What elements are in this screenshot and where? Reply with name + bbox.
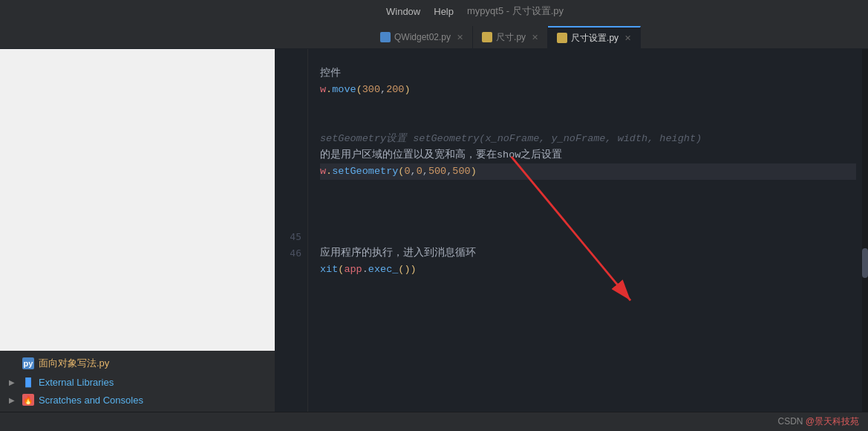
tab-chichishe[interactable]: 尺寸设置.py ✕ <box>548 26 641 48</box>
code-line-11 <box>320 213 856 229</box>
scrollbar-thumb[interactable] <box>862 248 868 278</box>
py-icon: py <box>22 357 34 369</box>
tree-item-scratches[interactable]: ▶ 🔥 Scratches and Consoles <box>0 391 275 409</box>
tab-icon-qwidget02 <box>380 32 391 42</box>
tree-arrow-scratches: ▶ <box>9 396 18 404</box>
code-line-8: w.setGeometry(0,0,500,500) <box>320 163 856 180</box>
line-numbers: 45 46 <box>275 49 308 412</box>
code-line-9 <box>320 180 856 196</box>
window-title: mypyqt5 - 尺寸设置.py <box>467 4 564 18</box>
code-line-2: 控件 <box>320 65 856 82</box>
code-line-10 <box>320 196 856 213</box>
tree-arrow-external: ▶ <box>9 378 18 386</box>
tree-folder-label-scratches: Scratches and Consoles <box>39 395 143 406</box>
code-line-5 <box>320 114 856 131</box>
code-line-12 <box>320 229 856 245</box>
code-line-13: 应用程序的执行，进入到消息循环 <box>320 245 856 262</box>
left-panel: py 面向对象写法.py ▶ ▐▌ External Libraries ▶ 🔥… <box>0 49 275 412</box>
file-tree-top <box>0 49 275 351</box>
code-content: 控件 w.move(300,200) setGeometry设置 setGeom… <box>308 49 868 412</box>
code-line-4 <box>320 98 856 114</box>
tab-close-chichi[interactable]: ✕ <box>532 33 538 42</box>
tab-close-chichishe[interactable]: ✕ <box>624 33 631 43</box>
tab-label-qwidget02: QWidget02.py <box>394 32 451 42</box>
code-line-3: w.move(300,200) <box>320 82 856 98</box>
tab-chichi[interactable]: 尺寸.py ✕ <box>473 26 548 48</box>
tab-label-chichi: 尺寸.py <box>496 31 526 44</box>
menu-bar: Window Help mypyqt5 - 尺寸设置.py <box>386 4 564 18</box>
tab-bar: QWidget02.py ✕ 尺寸.py ✕ 尺寸设置.py ✕ <box>0 22 868 49</box>
tab-qwidget02[interactable]: QWidget02.py ✕ <box>371 26 473 48</box>
status-bar: CSDN @景天科技苑 <box>0 412 868 431</box>
main-area: py 面向对象写法.py ▶ ▐▌ External Libraries ▶ 🔥… <box>0 49 868 412</box>
scratch-icon: 🔥 <box>22 394 34 406</box>
tree-folder-label-external: External Libraries <box>39 377 114 388</box>
tab-label-chichishe: 尺寸设置.py <box>571 32 619 45</box>
status-highlight: @景天科技苑 <box>806 416 859 427</box>
menu-window[interactable]: Window <box>386 6 420 17</box>
tab-close-qwidget02[interactable]: ✕ <box>457 33 463 42</box>
tab-icon-chichi <box>482 32 492 42</box>
tree-item-file[interactable]: py 面向对象写法.py <box>0 354 275 373</box>
code-line-7: 的是用户区域的位置以及宽和高，要在show之后设置 <box>320 147 856 163</box>
code-line-1 <box>320 49 856 65</box>
bar-chart-icon: ▐▌ <box>22 376 34 388</box>
tree-item-external-libraries[interactable]: ▶ ▐▌ External Libraries <box>0 373 275 391</box>
status-text: CSDN @景天科技苑 <box>777 415 859 428</box>
code-line-6: setGeometry设置 setGeometry(x_noFrame, y_n… <box>320 131 856 147</box>
code-editor[interactable]: 控件 w.move(300,200) setGeometry设置 setGeom… <box>308 49 868 412</box>
tab-icon-chichishe <box>557 33 567 43</box>
file-tree-bottom: py 面向对象写法.py ▶ ▐▌ External Libraries ▶ 🔥… <box>0 351 275 412</box>
tree-file-label: 面向对象写法.py <box>39 357 109 370</box>
title-bar: Window Help mypyqt5 - 尺寸设置.py <box>0 0 868 22</box>
menu-help[interactable]: Help <box>434 6 454 17</box>
scrollbar-track[interactable] <box>862 49 868 412</box>
code-line-14: xit(app.exec_()) <box>320 262 856 278</box>
